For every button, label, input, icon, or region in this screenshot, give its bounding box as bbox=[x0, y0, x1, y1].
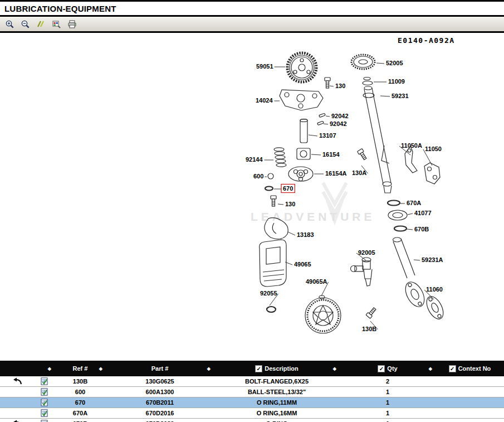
table-row[interactable]: 130B 130G0625 BOLT-FLANGED,6X25 2 bbox=[0, 376, 504, 387]
cell-part: 600A1300 bbox=[106, 389, 214, 395]
part-doc-icon[interactable] bbox=[41, 399, 48, 406]
header-description: ✓ Description ◆ bbox=[214, 361, 340, 376]
cell-part: 670B2011 bbox=[106, 399, 214, 406]
zoom-out-button[interactable] bbox=[19, 18, 31, 30]
cell-ref: 670A bbox=[55, 410, 106, 416]
cell-qty: 2 bbox=[340, 378, 436, 385]
part-label-130B[interactable]: 130B bbox=[362, 326, 376, 332]
table-row[interactable]: 600 600A1300 BALL-STEEL,13/32" 1 bbox=[0, 387, 504, 397]
part-label-670B[interactable]: 670B bbox=[414, 226, 429, 232]
jump-arrow-icon[interactable] bbox=[13, 420, 22, 422]
col-label-ref[interactable]: Ref # bbox=[73, 365, 88, 372]
table-header: ◆ Ref # ◆ Part # ◆ ✓ Description ◆ ✓ Qty… bbox=[0, 361, 504, 376]
sort-icon[interactable]: ◆ bbox=[429, 366, 432, 371]
context-checkbox[interactable]: ✓ bbox=[449, 365, 456, 372]
part-doc-icon[interactable] bbox=[41, 420, 48, 422]
part-label-14024[interactable]: 14024 bbox=[256, 97, 273, 104]
sort-icon[interactable]: ◆ bbox=[207, 366, 211, 371]
col-label-part[interactable]: Part # bbox=[151, 365, 169, 372]
part-label-670A[interactable]: 670A bbox=[407, 200, 421, 206]
part-label-92042[interactable]: 92042 bbox=[331, 113, 349, 119]
part-label-13107[interactable]: 13107 bbox=[319, 132, 336, 139]
part-valve bbox=[351, 258, 373, 286]
image-tool-button[interactable] bbox=[51, 18, 62, 30]
cell-qty: 1 bbox=[340, 389, 436, 395]
cell-part: 130G0625 bbox=[106, 378, 214, 385]
leader-line bbox=[288, 232, 295, 235]
part-label-11050A[interactable]: 11050A bbox=[401, 142, 422, 149]
watermark-text: LEADVENTURE bbox=[251, 210, 375, 223]
part-label-11060[interactable]: 11060 bbox=[426, 286, 443, 293]
leader-line bbox=[326, 116, 330, 117]
part-doc-icon[interactable] bbox=[41, 409, 48, 417]
part-label-130[interactable]: 130 bbox=[335, 83, 345, 89]
leader-line bbox=[407, 229, 413, 230]
header-arrow-column bbox=[0, 361, 35, 376]
part-label-59231[interactable]: 59231 bbox=[392, 93, 409, 99]
description-checkbox[interactable]: ✓ bbox=[255, 365, 262, 372]
part-label-52005[interactable]: 52005 bbox=[386, 60, 403, 66]
leader-line bbox=[309, 135, 317, 136]
part-label-11050[interactable]: 11050 bbox=[425, 145, 442, 152]
col-label-description[interactable]: Description bbox=[265, 365, 299, 372]
zoom-in-button[interactable] bbox=[4, 18, 15, 30]
header-ref: Ref # ◆ bbox=[55, 361, 106, 376]
parts-drawing bbox=[260, 53, 447, 333]
part-label-92055[interactable]: 92055 bbox=[260, 290, 277, 297]
part-label-49065[interactable]: 49065 bbox=[294, 261, 311, 268]
part-label-600[interactable]: 600 bbox=[253, 173, 263, 180]
part-doc-icon[interactable] bbox=[41, 377, 48, 385]
part-label-49065A[interactable]: 49065A bbox=[306, 278, 327, 285]
part-label-92042[interactable]: 92042 bbox=[330, 120, 347, 127]
cell-description: BOLT-FLANGED,6X25 bbox=[214, 378, 340, 385]
part-spring bbox=[274, 148, 286, 167]
qty-checkbox[interactable]: ✓ bbox=[378, 365, 385, 372]
part-label-92005[interactable]: 92005 bbox=[358, 249, 375, 256]
parts-table: ◆ Ref # ◆ Part # ◆ ✓ Description ◆ ✓ Qty… bbox=[0, 361, 504, 422]
part-doc-icon[interactable] bbox=[41, 388, 48, 396]
leader-line bbox=[376, 63, 384, 64]
table-row[interactable]: 670A 670D2016 O RING,16MM 1 bbox=[0, 408, 504, 419]
cell-ref: 600 bbox=[55, 389, 106, 395]
part-oil-filter bbox=[305, 295, 341, 333]
col-label-context[interactable]: Context No bbox=[458, 365, 491, 372]
part-label-13183[interactable]: 13183 bbox=[297, 231, 314, 238]
image-tool-icon bbox=[52, 20, 61, 29]
sort-icon[interactable]: ◆ bbox=[99, 366, 102, 371]
part-label-41077[interactable]: 41077 bbox=[414, 210, 432, 216]
part-label-16154[interactable]: 16154 bbox=[322, 151, 340, 158]
diagram-code: E0140-A092A bbox=[398, 36, 455, 45]
cell-description: BALL-STEEL,13/32" bbox=[214, 389, 340, 395]
sort-icon[interactable]: ◆ bbox=[333, 366, 336, 371]
jump-arrow-icon[interactable] bbox=[13, 377, 22, 385]
table-row[interactable]: 670 670B2011 O RING,11MM 1 bbox=[0, 397, 504, 408]
header-context: ✓ Context No bbox=[436, 361, 504, 376]
part-label-59051[interactable]: 59051 bbox=[256, 63, 273, 70]
table-row[interactable]: 670B 670D2022 O RING 1 bbox=[0, 419, 504, 422]
part-label-130[interactable]: 130 bbox=[285, 201, 295, 207]
part-label-16154A[interactable]: 16154A bbox=[325, 170, 347, 177]
part-label-670[interactable]: 670 bbox=[283, 185, 293, 192]
sort-icon[interactable]: ◆ bbox=[48, 366, 51, 371]
header-qty: ✓ Qty ◆ bbox=[340, 361, 436, 376]
title-bar: LUBRICATION-EQUIPMENT bbox=[0, 2, 504, 15]
cell-ref: 130B bbox=[55, 378, 106, 385]
toolbar bbox=[0, 17, 504, 31]
leader-line bbox=[330, 86, 334, 86]
part-label-92144[interactable]: 92144 bbox=[246, 156, 263, 163]
part-gear bbox=[287, 53, 316, 82]
print-button[interactable] bbox=[66, 18, 77, 30]
leader-line bbox=[414, 260, 420, 260]
leader-line bbox=[408, 214, 413, 215]
cell-qty: 1 bbox=[340, 410, 436, 416]
col-label-qty[interactable]: Qty bbox=[387, 365, 397, 372]
zoom-in-icon bbox=[5, 20, 14, 29]
annotate-tool-button[interactable] bbox=[35, 18, 46, 30]
leader-line bbox=[324, 124, 328, 124]
annotate-tool-icon bbox=[36, 20, 45, 28]
leader-line bbox=[380, 96, 390, 96]
part-label-59231A[interactable]: 59231A bbox=[422, 256, 443, 263]
header-icon-column: ◆ bbox=[35, 361, 55, 376]
part-label-130A[interactable]: 130A bbox=[352, 169, 366, 176]
part-label-11009[interactable]: 11009 bbox=[388, 78, 405, 85]
